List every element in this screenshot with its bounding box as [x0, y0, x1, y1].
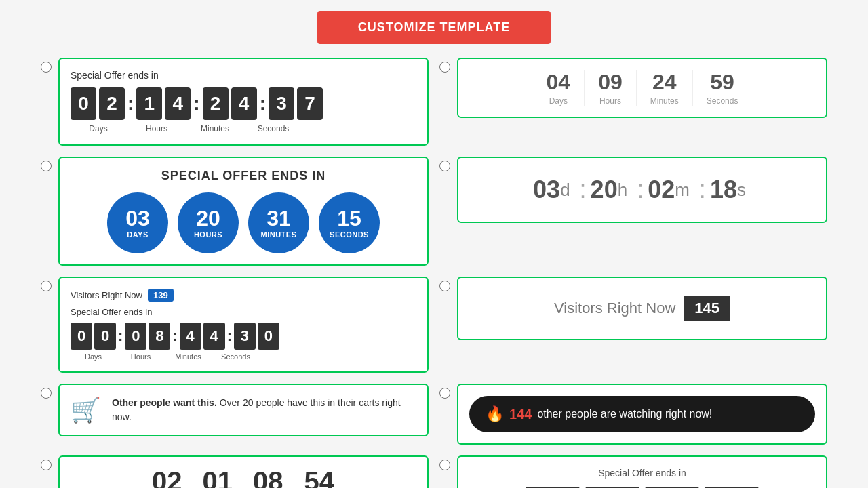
widget-3-radio[interactable] — [41, 281, 52, 291]
r2-hours-unit: h — [618, 180, 627, 201]
widget-r1-radio[interactable] — [439, 62, 450, 73]
widget-1-wrapper: Special Offer ends in 0 2 : 1 4 : 2 4 : … — [41, 58, 429, 146]
widget-r2-wrapper: 03 d : 20 h : 02 m : 18 s — [439, 157, 827, 266]
widget-r5-title: Special Offer ends in — [469, 468, 815, 479]
circle-item-minutes: 31 MINUTES — [248, 192, 309, 253]
minimal-item-hours: 09 Hours — [585, 70, 637, 106]
cart-icon: 🛒 — [71, 396, 101, 424]
customize-button[interactable]: CUSTOMIZE TEMPLATE — [317, 11, 551, 44]
simple-item-minutes: 08 Minutes — [253, 468, 283, 488]
label-minutes: Minutes — [187, 124, 243, 134]
sflip-1: 0 — [94, 323, 116, 350]
widget-3-wrapper: Visitors Right Now 139 Special Offer end… — [41, 277, 429, 373]
widget-2-card: SPECIAL OFFER ENDS IN 03 DAYS 20 HOURS 3… — [58, 157, 429, 266]
sflip-4: 4 — [180, 323, 201, 350]
r2-sep-1: : — [580, 176, 587, 204]
widget-r2-countdown: 03 d : 20 h : 02 m : 18 s — [469, 169, 815, 211]
minimal-days-number: 04 — [547, 70, 571, 95]
r2-days: 03 — [533, 176, 560, 204]
widget-r3-visitors: Visitors Right Now 145 — [469, 289, 815, 328]
r2-days-unit: d — [560, 180, 570, 201]
minimal-minutes-label: Minutes — [650, 96, 679, 106]
simple-item-days: 02 Days — [152, 468, 182, 488]
r2-sep-2: : — [637, 176, 644, 204]
circle-hours-number: 20 — [196, 207, 220, 229]
r2-minutes: 02 — [648, 176, 675, 204]
r2-minutes-unit: m — [675, 180, 690, 201]
widget-5-card: 02 Days 01 Hours 08 Minutes 54 Seconds T… — [58, 455, 429, 488]
widget-r2-radio[interactable] — [439, 161, 450, 171]
widget-2-wrapper: SPECIAL OFFER ENDS IN 03 DAYS 20 HOURS 3… — [41, 157, 429, 266]
widget-1-labels: Days Hours Minutes Seconds — [71, 124, 416, 134]
widget-4-cart: 🛒 Other people want this. Over 20 people… — [71, 396, 416, 424]
widget-3-visitors-label: Visitors Right Now — [71, 290, 142, 300]
widget-3-subtitle: Special Offer ends in — [71, 307, 416, 317]
minimal-seconds-number: 59 — [707, 70, 738, 95]
widget-1-countdown: 0 2 : 1 4 : 2 4 : 3 7 — [71, 87, 416, 120]
simple-item-seconds: 54 Seconds — [303, 468, 335, 488]
circle-minutes-number: 31 — [267, 207, 291, 229]
widget-2-radio[interactable] — [41, 161, 52, 171]
watching-number: 144 — [509, 407, 532, 422]
r2-seconds-unit: s — [737, 180, 746, 201]
circle-minutes-label: MINUTES — [261, 230, 297, 239]
widget-1-radio[interactable] — [41, 62, 52, 73]
widget-2-countdown: 03 DAYS 20 HOURS 31 MINUTES 15 SECONDS — [71, 192, 416, 253]
widget-3-visitors-row: Visitors Right Now 139 — [71, 289, 416, 302]
widget-3-card: Visitors Right Now 139 Special Offer end… — [58, 277, 429, 373]
sflip-2: 0 — [125, 323, 146, 350]
flip-digit-4: 2 — [203, 87, 229, 120]
widget-r4-wrapper: 🔥 144 other people are watching right no… — [439, 384, 827, 445]
flip-digit-0: 0 — [71, 87, 96, 120]
sflip-colon-3: : — [227, 327, 232, 345]
header: CUSTOMIZE TEMPLATE — [0, 0, 868, 58]
flip-colon-2: : — [193, 93, 199, 115]
widget-5-radio[interactable] — [41, 460, 52, 470]
flip-colon-3: : — [260, 93, 266, 115]
sflip-6: 3 — [234, 323, 256, 350]
simple-seconds-number: 54 — [303, 468, 335, 488]
widget-r4-radio[interactable] — [439, 388, 450, 399]
circle-seconds-number: 15 — [337, 207, 361, 229]
widget-r2-card: 03 d : 20 h : 02 m : 18 s — [457, 157, 827, 223]
widget-2-title: SPECIAL OFFER ENDS IN — [71, 169, 416, 183]
minimal-hours-label: Hours — [598, 96, 623, 106]
flip-digit-3: 4 — [165, 87, 191, 120]
widget-4-radio[interactable] — [41, 388, 52, 399]
widget-5-countdown: 02 Days 01 Hours 08 Minutes 54 Seconds — [71, 468, 416, 488]
watching-pill: 🔥 144 other people are watching right no… — [469, 396, 815, 432]
r2-seconds: 18 — [710, 176, 737, 204]
widget-5-wrapper: 02 Days 01 Hours 08 Minutes 54 Seconds T… — [41, 455, 429, 488]
widget-1-title: Special Offer ends in — [71, 70, 416, 81]
circle-days-number: 03 — [125, 207, 150, 229]
sflip-colon-1: : — [118, 327, 123, 345]
minimal-item-seconds: 59 Seconds — [693, 70, 752, 106]
widget-r5-wrapper: Special Offer ends in 02 Days 23 Hours 4… — [439, 455, 827, 488]
minimal-minutes-number: 24 — [650, 70, 679, 95]
widget-r3-radio[interactable] — [439, 281, 450, 291]
main-content: Special Offer ends in 0 2 : 1 4 : 2 4 : … — [0, 58, 868, 488]
widget-4-card: 🛒 Other people want this. Over 20 people… — [58, 384, 429, 436]
widget-r4-card: 🔥 144 other people are watching right no… — [457, 384, 827, 445]
widget-r1-countdown: 04 Days 09 Hours 24 Minutes 59 Seconds — [469, 70, 815, 106]
flame-icon: 🔥 — [486, 405, 504, 423]
r2-sep-3: : — [699, 176, 706, 204]
label-hours: Hours — [129, 124, 184, 134]
widget-3-countdown: 0 0 : 0 8 : 4 4 : 3 0 — [71, 323, 416, 350]
circle-item-seconds: 15 SECONDS — [319, 192, 380, 253]
widget-4-wrapper: 🛒 Other people want this. Over 20 people… — [41, 384, 429, 445]
r2-hours: 20 — [591, 176, 618, 204]
widget-r5-radio[interactable] — [439, 460, 450, 470]
circle-item-days: 03 DAYS — [107, 192, 168, 253]
flip-digit-7: 7 — [297, 87, 323, 120]
simple-days-number: 02 — [152, 468, 182, 488]
minimal-hours-number: 09 — [598, 70, 623, 95]
simple-minutes-number: 08 — [253, 468, 283, 488]
widget-3-visitors-badge: 139 — [148, 289, 174, 302]
widget-r4-watching: 🔥 144 other people are watching right no… — [469, 396, 815, 432]
widget-r1-card: 04 Days 09 Hours 24 Minutes 59 Seconds — [457, 58, 827, 118]
watching-text: other people are watching right now! — [537, 408, 712, 420]
widget-3-labels: Days Hours Minutes Seconds — [71, 352, 416, 361]
sflip-label-days: Days — [71, 352, 116, 361]
sflip-3: 8 — [149, 323, 170, 350]
